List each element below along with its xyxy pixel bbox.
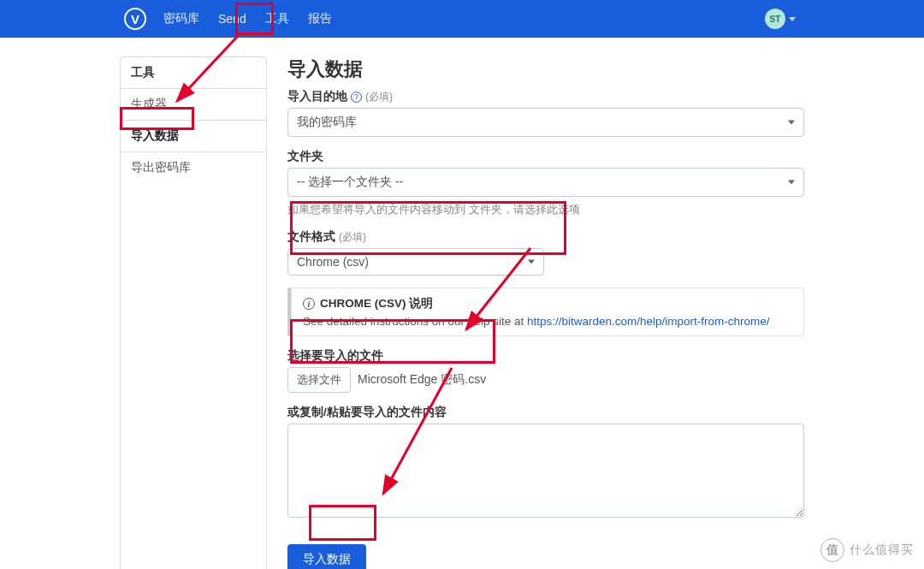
- file-label: 选择要导入的文件: [287, 348, 383, 364]
- nav-item-tools[interactable]: 工具: [264, 8, 291, 30]
- watermark-icon: 值: [820, 538, 844, 562]
- format-required: (必填): [339, 230, 366, 245]
- help-icon[interactable]: ?: [351, 92, 362, 103]
- caret-down-icon: [788, 181, 795, 185]
- info-title-text: CHROME (CSV) 说明: [320, 296, 433, 311]
- import-submit-button[interactable]: 导入数据: [287, 544, 366, 569]
- account-menu[interactable]: ST: [765, 9, 796, 29]
- folder-select[interactable]: -- 选择一个文件夹 --: [287, 168, 804, 197]
- nav-item-reports[interactable]: 报告: [306, 8, 334, 30]
- main-panel: 导入数据 导入目的地 ? (必填) 我的密码库 文件夹 -: [287, 56, 804, 569]
- caret-down-icon: [528, 260, 535, 264]
- destination-label: 导入目的地: [287, 89, 347, 104]
- caret-down-icon: [788, 121, 795, 125]
- field-folder: 文件夹 -- 选择一个文件夹 -- 如果您希望将导入的文件内容移动到 文件夹，请…: [287, 149, 804, 217]
- logo-icon[interactable]: V: [124, 8, 146, 30]
- sidebar-title: 工具: [121, 57, 266, 89]
- paste-label: 或复制/粘贴要导入的文件内容: [287, 405, 447, 420]
- info-icon: i: [303, 298, 315, 310]
- field-format: 文件格式 (必填) Chrome (csv): [287, 229, 804, 276]
- nav-item-send[interactable]: Send: [216, 9, 248, 29]
- format-select[interactable]: Chrome (csv): [287, 248, 544, 276]
- folder-value: -- 选择一个文件夹 --: [297, 175, 403, 188]
- format-value: Chrome (csv): [297, 255, 369, 269]
- folder-hint: 如果您希望将导入的文件内容移动到 文件夹，请选择此选项: [287, 202, 804, 217]
- destination-required: (必填): [365, 90, 393, 104]
- destination-select[interactable]: 我的密码库: [287, 108, 804, 137]
- top-nav: V 密码库 Send 工具 报告 ST: [0, 0, 924, 38]
- field-paste: 或复制/粘贴要导入的文件内容: [287, 405, 804, 520]
- watermark: 值 什么值得买: [820, 538, 914, 562]
- page-title: 导入数据: [287, 56, 804, 82]
- chevron-down-icon: [789, 17, 796, 21]
- nav-left: V 密码库 Send 工具 报告: [124, 8, 334, 30]
- format-info-box: i CHROME (CSV) 说明 See detailed instructi…: [287, 287, 804, 336]
- chosen-file-name: Microsoft Edge 密码.csv: [358, 372, 486, 388]
- folder-label: 文件夹: [287, 149, 323, 164]
- sidebar-item-import[interactable]: 导入数据: [121, 121, 266, 152]
- sidebar-item-generator[interactable]: 生成器: [121, 89, 266, 121]
- nav-item-vault[interactable]: 密码库: [162, 8, 201, 30]
- info-body: See detailed instructions on our help si…: [303, 315, 792, 328]
- field-destination: 导入目的地 ? (必填) 我的密码库: [287, 89, 804, 137]
- sidebar: 工具 生成器 导入数据 导出密码库: [120, 56, 267, 569]
- field-file: 选择要导入的文件 选择文件 Microsoft Edge 密码.csv: [287, 348, 804, 393]
- avatar: ST: [765, 9, 785, 29]
- choose-file-button[interactable]: 选择文件: [287, 367, 351, 393]
- info-link[interactable]: https://bitwarden.com/help/import-from-c…: [527, 315, 770, 328]
- watermark-text: 什么值得买: [850, 542, 914, 558]
- content-container: 工具 生成器 导入数据 导出密码库 导入数据 导入目的地 ? (必填) 我的密码…: [0, 38, 924, 569]
- sidebar-item-export[interactable]: 导出密码库: [121, 152, 266, 183]
- format-label: 文件格式: [287, 229, 335, 245]
- paste-textarea[interactable]: [287, 424, 804, 518]
- destination-value: 我的密码库: [297, 115, 357, 128]
- info-body-prefix: See detailed instructions on our help si…: [303, 315, 527, 328]
